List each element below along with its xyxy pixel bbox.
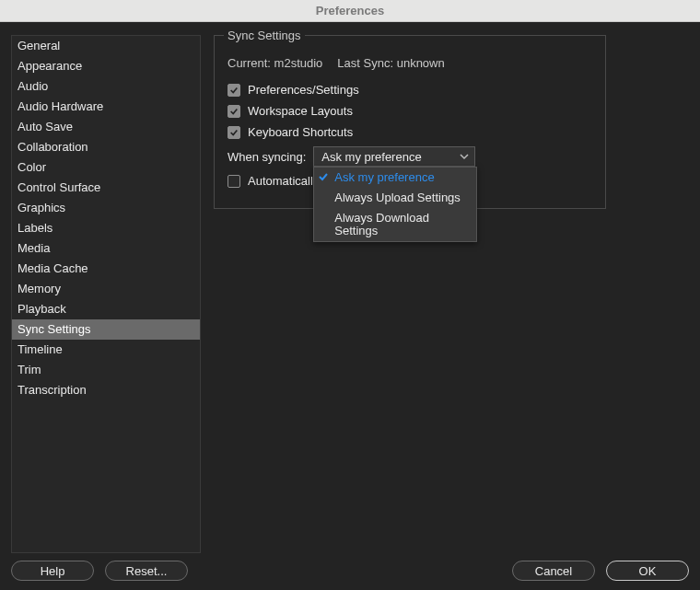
window-title: Preferences [316,4,384,17]
sidebar-item-labels[interactable]: Labels [12,218,200,238]
sidebar-item-sync-settings[interactable]: Sync Settings [12,319,200,340]
sidebar-item-collaboration[interactable]: Collaboration [12,137,200,157]
checkbox[interactable] [228,126,240,139]
current-user-label: Current: m2studio [228,56,322,70]
when-syncing-label: When syncing: [228,150,306,164]
checkbox-label: Workspace Layouts [248,104,353,118]
auto-clear-checkbox[interactable] [228,175,240,188]
sidebar-item-appearance[interactable]: Appearance [12,56,200,76]
reset-button[interactable]: Reset... [105,561,188,581]
sidebar-item-label: Memory [18,282,61,295]
dropdown-button[interactable]: Ask my preference [313,146,475,167]
check-icon [229,86,239,95]
sidebar-item-general[interactable]: General [12,36,200,56]
checkbox-row: Workspace Layouts [228,104,592,118]
sync-info-row: Current: m2studio Last Sync: unknown [228,56,592,70]
sidebar-item-trim[interactable]: Trim [12,360,200,380]
checkbox-label: Keyboard Shortcuts [248,125,353,139]
sidebar-item-memory[interactable]: Memory [12,279,200,299]
sidebar-item-label: Labels [18,221,52,235]
sidebar-item-audio[interactable]: Audio [12,76,200,97]
sidebar-item-media[interactable]: Media [12,238,200,259]
sidebar-item-label: Auto Save [18,120,73,133]
dialog-body: GeneralAppearanceAudioAudio HardwareAuto… [0,22,700,553]
checkbox[interactable] [228,105,240,118]
dropdown-selected-value: Ask my preference [321,150,421,164]
dropdown-option[interactable]: Always Upload Settings [314,188,476,208]
window-titlebar: Preferences [0,0,700,22]
sidebar-item-label: Color [18,160,46,174]
sidebar-item-timeline[interactable]: Timeline [12,340,200,360]
check-icon [318,171,329,185]
sidebar-item-media-cache[interactable]: Media Cache [12,259,200,279]
sidebar-item-label: Graphics [18,201,65,214]
sync-settings-panel: Sync Settings Current: m2studio Last Syn… [214,35,689,553]
sidebar-item-graphics[interactable]: Graphics [12,198,200,218]
ok-button[interactable]: OK [606,561,689,581]
auto-clear-label: Automaticall [248,174,313,188]
sidebar-item-label: Appearance [18,59,82,73]
fieldset-legend: Sync Settings [224,29,305,42]
dropdown-option-label: Always Download Settings [334,211,429,237]
sidebar-item-label: Collaboration [18,140,88,154]
checkbox-row: Preferences/Settings [228,83,592,97]
checkbox-label: Preferences/Settings [248,83,359,97]
dropdown-option[interactable]: Ask my preference [314,168,476,188]
sidebar-item-transcription[interactable]: Transcription [12,380,200,400]
checkbox-row: Keyboard Shortcuts [228,125,592,139]
sidebar-item-label: Transcription [18,383,87,397]
help-button[interactable]: Help [11,561,94,581]
dropdown-option-label: Always Upload Settings [334,191,461,204]
sidebar-item-control-surface[interactable]: Control Surface [12,178,200,198]
sidebar-item-label: Trim [18,363,41,376]
dropdown-option-label: Ask my preference [334,170,434,184]
sidebar-item-label: Media [18,241,50,255]
dropdown-list: Ask my preferenceAlways Upload SettingsA… [313,167,477,242]
when-syncing-dropdown[interactable]: Ask my preference Ask my preferenceAlway… [313,146,475,167]
cancel-button[interactable]: Cancel [512,561,595,581]
dropdown-option[interactable]: Always Download Settings [314,208,476,241]
check-icon [229,107,239,116]
chevron-down-icon [459,151,470,165]
sidebar-item-label: Timeline [18,342,63,356]
sidebar-item-label: Playback [18,302,66,316]
sidebar-item-label: Sync Settings [18,322,91,336]
sidebar-item-audio-hardware[interactable]: Audio Hardware [12,97,200,117]
when-syncing-row: When syncing: Ask my preference Ask my p… [228,146,592,167]
check-icon [229,128,239,137]
sidebar-item-auto-save[interactable]: Auto Save [12,117,200,137]
sidebar-item-label: Media Cache [18,261,88,275]
sidebar-item-label: Audio Hardware [18,99,103,113]
sidebar-item-playback[interactable]: Playback [12,299,200,319]
dialog-footer: Help Reset... Cancel OK [0,553,700,590]
sidebar-item-color[interactable]: Color [12,157,200,178]
sidebar-item-label: Control Surface [18,180,100,194]
last-sync-label: Last Sync: unknown [337,56,444,70]
sync-settings-fieldset: Sync Settings Current: m2studio Last Syn… [214,35,606,209]
preferences-sidebar: GeneralAppearanceAudioAudio HardwareAuto… [11,35,201,553]
checkbox[interactable] [228,84,240,97]
sidebar-item-label: General [18,39,60,52]
sidebar-item-label: Audio [18,79,48,93]
